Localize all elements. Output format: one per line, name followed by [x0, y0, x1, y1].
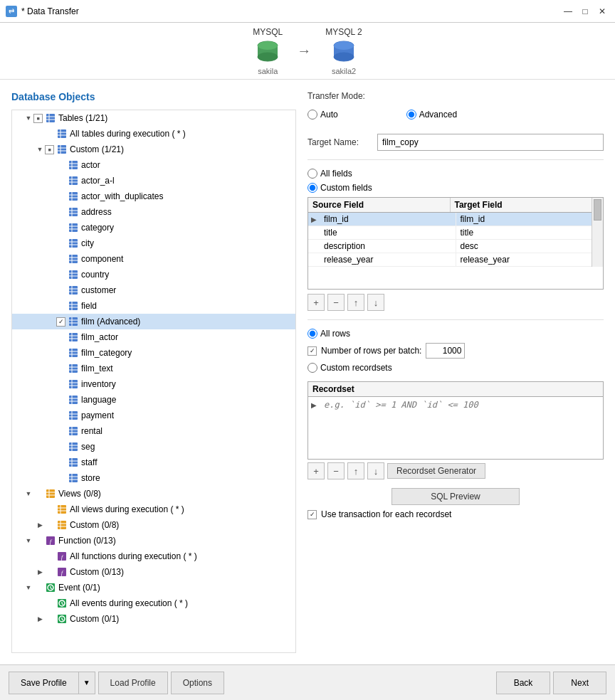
fields-row[interactable]: descriptiondesc: [308, 240, 592, 253]
tree-item[interactable]: customer: [12, 282, 295, 298]
all-fields-radio-item[interactable]: All fields: [308, 169, 604, 179]
tree-item[interactable]: film (Advanced): [12, 314, 295, 329]
tree-toggle-icon: [46, 395, 56, 405]
tree-item[interactable]: address: [12, 204, 295, 220]
custom-recordset-radio-item[interactable]: Custom recordsets: [308, 363, 604, 373]
tree-item[interactable]: component: [12, 251, 295, 267]
transfer-mode-label: Transfer Mode:: [308, 91, 372, 101]
tree-item-label: All views during execution ( * ): [70, 504, 184, 514]
tree-item[interactable]: country: [12, 267, 295, 282]
add-recordset-button[interactable]: +: [308, 462, 325, 479]
radio-advanced[interactable]: [406, 110, 416, 120]
tree-toggle-icon: ▶: [35, 614, 45, 624]
transaction-checkbox[interactable]: [308, 510, 317, 519]
tree-item[interactable]: film_text: [12, 361, 295, 376]
radio-custom-recordset[interactable]: [308, 363, 317, 373]
tree-checkbox[interactable]: [33, 114, 43, 123]
tree-item[interactable]: actor_with_duplicates: [12, 189, 295, 204]
radio-auto-label: Auto: [320, 110, 338, 120]
remove-field-button[interactable]: −: [327, 294, 345, 311]
target-db-name: MYSQL 2: [325, 27, 362, 37]
move-recordset-up-button[interactable]: ↑: [347, 462, 364, 479]
fields-row[interactable]: ▶film_idfilm_id: [308, 213, 592, 226]
tree-checkbox[interactable]: [45, 145, 54, 154]
add-field-button[interactable]: +: [308, 294, 325, 311]
remove-recordset-button[interactable]: −: [327, 462, 345, 479]
target-name-label: Target Name:: [308, 137, 372, 147]
maximize-button[interactable]: □: [578, 4, 592, 18]
target-name-input[interactable]: [377, 134, 604, 151]
tree-item[interactable]: All views during execution ( * ): [12, 502, 295, 517]
tree-toggle-icon: [46, 317, 56, 327]
radio-all-fields[interactable]: [308, 169, 317, 179]
back-button[interactable]: Back: [496, 672, 551, 694]
tree-item-label: actor_with_duplicates: [81, 191, 163, 201]
radio-advanced-item[interactable]: Advanced: [406, 110, 457, 120]
num-rows-input[interactable]: [426, 343, 465, 359]
tree-item[interactable]: payment: [12, 408, 295, 423]
custom-fields-radio-item[interactable]: Custom fields: [308, 183, 604, 193]
tree-item[interactable]: rental: [12, 423, 295, 439]
tree-item-label: Event (0/1): [58, 583, 100, 593]
target-field-value: title: [456, 226, 592, 239]
save-profile-button[interactable]: Save Profile: [9, 672, 78, 694]
tree-item[interactable]: ▼ Views (0/8): [12, 486, 295, 502]
options-button[interactable]: Options: [171, 672, 224, 694]
tree-item[interactable]: All tables during execution ( * ): [12, 126, 295, 142]
tree-container[interactable]: ▼ Tables (1/21) All tables during execut…: [11, 110, 296, 653]
tree-item[interactable]: staff: [12, 455, 295, 470]
save-profile-wrap: Save Profile ▼: [9, 672, 95, 694]
fields-scrollbar[interactable]: [592, 198, 603, 267]
tree-item[interactable]: ▶ Custom (0/8): [12, 517, 295, 533]
load-profile-button[interactable]: Load Profile: [98, 672, 168, 694]
radio-custom-fields[interactable]: [308, 183, 317, 193]
radio-all-rows[interactable]: [308, 329, 317, 339]
tree-item[interactable]: store: [12, 470, 295, 486]
tree-item[interactable]: f All functions during execution ( * ): [12, 548, 295, 564]
tree-item[interactable]: seg: [12, 439, 295, 455]
source-field-value: release_year: [320, 253, 456, 266]
move-recordset-down-button[interactable]: ↓: [367, 462, 384, 479]
recordset-generator-button[interactable]: Recordset Generator: [387, 463, 485, 479]
tree-item[interactable]: film_category: [12, 345, 295, 361]
tree-item[interactable]: ▼ Tables (1/21): [12, 110, 295, 126]
tree-item[interactable]: All events during execution ( * ): [12, 595, 295, 611]
tree-item-label: All tables during execution ( * ): [70, 129, 186, 139]
recordset-input[interactable]: [320, 397, 603, 456]
tree-item-label: Views (0/8): [58, 489, 101, 499]
tree-item[interactable]: film_actor: [12, 329, 295, 345]
fields-toolbar: + − ↑ ↓: [308, 294, 604, 311]
tree-checkbox[interactable]: [56, 317, 65, 327]
tree-toggle-icon: [46, 410, 56, 420]
tree-item[interactable]: field: [12, 298, 295, 314]
tree-item[interactable]: ▼ Event (0/1): [12, 580, 295, 595]
sql-preview-button[interactable]: SQL Preview: [391, 488, 520, 505]
tree-item[interactable]: actor: [12, 157, 295, 173]
tree-item[interactable]: language: [12, 392, 295, 408]
close-button[interactable]: ✕: [595, 4, 609, 18]
all-rows-radio-item[interactable]: All rows: [308, 329, 604, 339]
radio-advanced-label: Advanced: [419, 110, 457, 120]
fields-grid[interactable]: Source Field Target Field ▶film_idfilm_i…: [308, 197, 604, 290]
radio-auto[interactable]: [308, 110, 317, 120]
move-field-up-button[interactable]: ↑: [347, 294, 364, 311]
save-profile-dropdown[interactable]: ▼: [78, 672, 95, 694]
next-button[interactable]: Next: [553, 672, 606, 694]
table-icon: [68, 300, 79, 312]
minimize-button[interactable]: —: [561, 4, 575, 18]
recordset-grid[interactable]: Recordset ▶: [308, 381, 604, 460]
tree-item[interactable]: ▶ Custom (0/1): [12, 611, 295, 627]
rows-section: All rows Number of rows per batch: Custo…: [308, 329, 604, 373]
tree-item[interactable]: ▼ f Function (0/13): [12, 533, 295, 548]
num-rows-checkbox[interactable]: [308, 346, 317, 356]
tree-item[interactable]: category: [12, 220, 295, 235]
tree-item[interactable]: ▼ Custom (1/21): [12, 142, 295, 157]
tree-item[interactable]: inventory: [12, 376, 295, 392]
move-field-down-button[interactable]: ↓: [367, 294, 384, 311]
fields-row[interactable]: release_yearrelease_year: [308, 253, 592, 267]
tree-item[interactable]: city: [12, 235, 295, 251]
tree-item[interactable]: actor_a-l: [12, 173, 295, 189]
radio-auto-item[interactable]: Auto: [308, 110, 338, 120]
fields-row[interactable]: titletitle: [308, 226, 592, 240]
tree-item[interactable]: ▶ f Custom (0/13): [12, 564, 295, 580]
